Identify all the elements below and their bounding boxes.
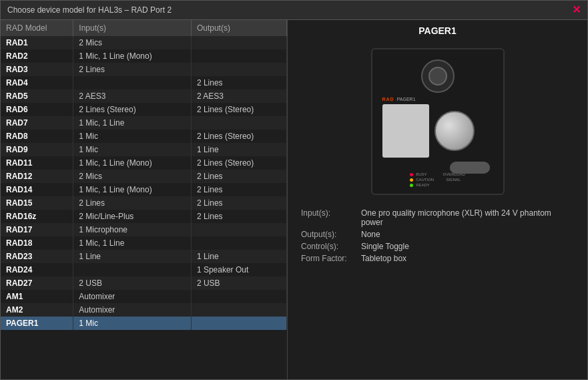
cell-model: RAD4 bbox=[1, 76, 73, 89]
cell-inputs: Automixer bbox=[73, 303, 192, 317]
cell-outputs bbox=[191, 116, 286, 130]
cell-outputs bbox=[191, 63, 286, 76]
pager-device-visual: RAD PAGER1 BUSY OVERLOAD bbox=[371, 48, 505, 195]
cell-model: RAD2 bbox=[1, 49, 73, 63]
close-button[interactable]: ✕ bbox=[572, 5, 581, 15]
pager-knob bbox=[434, 111, 475, 151]
led-row-caution: CAUTION SIGNAL bbox=[410, 178, 465, 182]
col-header-model: RAD Model bbox=[1, 20, 73, 36]
table-header-row: RAD Model Input(s) Output(s) bbox=[1, 20, 287, 36]
info-outputs-value: None bbox=[361, 230, 380, 239]
led-signal-label: SIGNAL bbox=[446, 178, 461, 182]
cell-outputs: 1 Speaker Out bbox=[191, 263, 286, 276]
table-row[interactable]: RAD141 Mic, 1 Line (Mono)2 Lines bbox=[1, 183, 287, 196]
cell-outputs bbox=[191, 236, 286, 250]
table-row[interactable]: RAD32 Lines bbox=[1, 63, 287, 76]
pager-model-label: PAGER1 bbox=[397, 97, 416, 102]
cell-model: RAD27 bbox=[1, 276, 73, 290]
table-row[interactable]: RAD16z2 Mic/Line-Plus2 Lines bbox=[1, 210, 287, 223]
cell-inputs: 2 Lines (Stereo) bbox=[73, 103, 192, 116]
cell-inputs: Automixer bbox=[73, 290, 192, 303]
cell-outputs: 2 Lines bbox=[191, 170, 286, 183]
col-header-outputs: Output(s) bbox=[191, 20, 286, 36]
cell-model: AM1 bbox=[1, 290, 73, 303]
cell-model: RAD15 bbox=[1, 196, 73, 210]
info-inputs-value: One pro quality microphone (XLR) with 24… bbox=[361, 208, 574, 227]
cell-model: RAD5 bbox=[1, 89, 73, 103]
table-row[interactable]: RAD241 Speaker Out bbox=[1, 263, 287, 276]
cell-model: RAD3 bbox=[1, 63, 73, 76]
pager-brand-label: RAD bbox=[382, 97, 394, 102]
info-panel: Input(s): One pro quality microphone (XL… bbox=[288, 202, 587, 272]
led-busy bbox=[410, 173, 413, 176]
cell-model: AM2 bbox=[1, 303, 73, 317]
info-controls-label: Control(s): bbox=[301, 242, 361, 251]
cell-model: RAD12 bbox=[1, 170, 73, 183]
table-row[interactable]: RAD231 Line1 Line bbox=[1, 250, 287, 263]
cell-outputs: 2 Lines bbox=[191, 210, 286, 223]
table-row[interactable]: RAD62 Lines (Stereo)2 Lines (Stereo) bbox=[1, 103, 287, 116]
table-row[interactable]: RAD21 Mic, 1 Line (Mono) bbox=[1, 49, 287, 63]
cell-outputs: 2 USB bbox=[191, 276, 286, 290]
table-row[interactable]: RAD42 Lines bbox=[1, 76, 287, 89]
table-row[interactable]: AM2Automixer bbox=[1, 303, 287, 317]
info-form-row: Form Factor: Tabletop box bbox=[301, 254, 574, 263]
cell-model: RAD11 bbox=[1, 156, 73, 170]
cell-inputs: 2 AES3 bbox=[73, 89, 192, 103]
table-row[interactable]: RAD272 USB2 USB bbox=[1, 276, 287, 290]
led-ready-label: READY bbox=[416, 183, 430, 187]
dialog: Choose device model for HAL3s – RAD Port… bbox=[0, 0, 588, 380]
led-caution-label: CAUTION bbox=[416, 178, 434, 182]
cell-model: RAD23 bbox=[1, 250, 73, 263]
right-panel: PAGER1 RAD PAGER1 bbox=[288, 20, 587, 379]
cell-outputs: 1 Line bbox=[191, 143, 286, 156]
cell-inputs: 2 Lines bbox=[73, 196, 192, 210]
led-busy-label: BUSY bbox=[416, 172, 426, 176]
info-outputs-label: Output(s): bbox=[301, 230, 361, 239]
cell-outputs: 2 Lines bbox=[191, 196, 286, 210]
table-row[interactable]: RAD91 Mic1 Line bbox=[1, 143, 287, 156]
table-row[interactable]: AM1Automixer bbox=[1, 290, 287, 303]
cell-inputs: 1 Mic bbox=[73, 143, 192, 156]
col-header-inputs: Input(s) bbox=[73, 20, 192, 36]
cell-outputs bbox=[191, 290, 286, 303]
table-row[interactable]: RAD152 Lines2 Lines bbox=[1, 196, 287, 210]
table-row[interactable]: PAGER11 Mic bbox=[1, 317, 287, 330]
cell-model: RAD16z bbox=[1, 210, 73, 223]
cell-model: RAD24 bbox=[1, 263, 73, 276]
pager-leds-left: BUSY OVERLOAD CAUTION SIGNAL READY bbox=[406, 172, 469, 187]
cell-inputs: 1 Mic, 1 Line bbox=[73, 236, 192, 250]
cell-outputs: 2 AES3 bbox=[191, 89, 286, 103]
left-panel: RAD Model Input(s) Output(s) RAD12 MicsR… bbox=[1, 20, 288, 379]
cell-outputs bbox=[191, 317, 286, 330]
table-row[interactable]: RAD12 Mics bbox=[1, 36, 287, 49]
title-bar: Choose device model for HAL3s – RAD Port… bbox=[1, 1, 587, 20]
cell-outputs: 2 Lines (Stereo) bbox=[191, 130, 286, 143]
cell-outputs bbox=[191, 223, 286, 236]
cell-model: RAD18 bbox=[1, 236, 73, 250]
device-table-container[interactable]: RAD Model Input(s) Output(s) RAD12 MicsR… bbox=[1, 20, 287, 379]
cell-inputs: 1 Mic, 1 Line bbox=[73, 116, 192, 130]
cell-inputs: 2 Mics bbox=[73, 170, 192, 183]
cell-model: RAD1 bbox=[1, 36, 73, 49]
table-row[interactable]: RAD122 Mics2 Lines bbox=[1, 170, 287, 183]
pager-brand-row: RAD PAGER1 bbox=[379, 97, 497, 102]
cell-model: RAD14 bbox=[1, 183, 73, 196]
cell-inputs: 2 USB bbox=[73, 276, 192, 290]
table-row[interactable]: RAD52 AES32 AES3 bbox=[1, 89, 287, 103]
table-row[interactable]: RAD111 Mic, 1 Line (Mono)2 Lines (Stereo… bbox=[1, 156, 287, 170]
cell-outputs: 2 Lines bbox=[191, 76, 286, 89]
table-row[interactable]: RAD81 Mic2 Lines (Stereo) bbox=[1, 130, 287, 143]
table-row[interactable]: RAD71 Mic, 1 Line bbox=[1, 116, 287, 130]
pager-toggle bbox=[450, 162, 490, 174]
info-form-value: Tabletop box bbox=[361, 254, 406, 263]
table-row[interactable]: RAD171 Microphone bbox=[1, 223, 287, 236]
content-area: RAD Model Input(s) Output(s) RAD12 MicsR… bbox=[1, 20, 587, 379]
right-panel-header: PAGER1 bbox=[288, 20, 587, 41]
cell-inputs: 1 Mic, 1 Line (Mono) bbox=[73, 156, 192, 170]
info-inputs-label: Input(s): bbox=[301, 208, 361, 218]
table-row[interactable]: RAD181 Mic, 1 Line bbox=[1, 236, 287, 250]
cell-outputs bbox=[191, 36, 286, 49]
cell-inputs: 1 Line bbox=[73, 250, 192, 263]
cell-outputs bbox=[191, 303, 286, 317]
